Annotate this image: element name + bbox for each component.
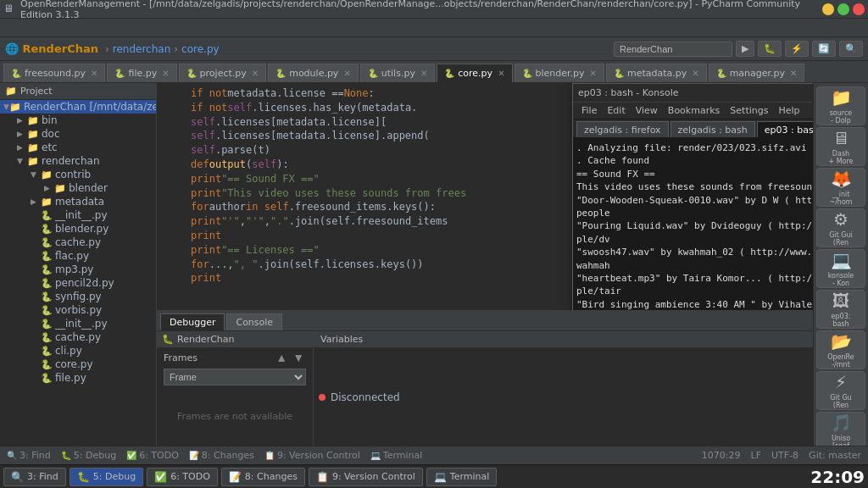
variables-header: Variables bbox=[314, 331, 813, 348]
konsole-menu-file[interactable]: File bbox=[576, 104, 602, 117]
status-todo[interactable]: ✅ 6: TODO bbox=[126, 450, 179, 461]
taskbar-todo-button[interactable]: ✅ 6: TODO bbox=[147, 468, 218, 486]
menu-bar bbox=[0, 19, 868, 37]
tree-item-pencil2d[interactable]: 🐍 pencil2d.py bbox=[0, 276, 156, 290]
taskbar-vcs-button[interactable]: 📋 9: Version Control bbox=[309, 468, 423, 486]
tree-item-synfig[interactable]: 🐍 synfig.py bbox=[0, 290, 156, 303]
maximize-button[interactable] bbox=[837, 3, 849, 15]
debug-button[interactable]: 🐛 bbox=[758, 41, 782, 57]
status-debug[interactable]: 🐛 5: Debug bbox=[61, 450, 116, 461]
vcs-button[interactable]: ⚡ bbox=[785, 41, 809, 57]
bottom-tab-debugger[interactable]: Debugger bbox=[160, 313, 225, 330]
taskbar-todo-label: 6: TODO bbox=[170, 471, 210, 482]
bottom-tab-console[interactable]: Console bbox=[226, 313, 282, 330]
tab-manager[interactable]: 🐍 manager.py ✕ bbox=[709, 64, 805, 82]
tab-close-icon[interactable]: ✕ bbox=[420, 69, 427, 78]
tab-close-icon[interactable]: ✕ bbox=[790, 69, 797, 78]
tree-item-metadata-dir[interactable]: ▶ 📁 metadata bbox=[0, 195, 156, 208]
tree-item-doc[interactable]: ▶ 📁 doc bbox=[0, 127, 156, 141]
frame-up-button[interactable]: ▲ bbox=[274, 351, 289, 364]
tree-item-root[interactable]: ▼ 📁 RenderChan [/mnt/data/ze bbox=[0, 100, 156, 114]
right-panel-dash-button[interactable]: 🖥 Dash+ More bbox=[816, 127, 865, 166]
konsole-tab-bash[interactable]: zelgadis : bash bbox=[670, 121, 755, 137]
right-panel-ep03-button[interactable]: 🖼 ep03:bash bbox=[816, 290, 865, 329]
right-panel-init-button[interactable]: 🦊 __init~/hom bbox=[816, 168, 865, 207]
debugger-right-panel: Variables Disconnected bbox=[314, 331, 813, 446]
frames-select[interactable]: Frame bbox=[164, 369, 306, 385]
konsole-tab-ep03-bash[interactable]: ep03 : bash bbox=[757, 121, 813, 137]
window-controls bbox=[822, 3, 865, 15]
tab-utils[interactable]: 🐍 utils.py ✕ bbox=[360, 64, 436, 82]
tree-item-vorbis[interactable]: 🐍 vorbis.py bbox=[0, 303, 156, 317]
tab-project[interactable]: 🐍 project.py ✕ bbox=[179, 64, 267, 82]
status-vcs[interactable]: 📋 9: Version Control bbox=[264, 450, 360, 461]
tree-item-contrib[interactable]: ▼ 📁 contrib bbox=[0, 168, 156, 181]
tree-item-bin[interactable]: ▶ 📁 bin bbox=[0, 114, 156, 127]
tree-item-mp3[interactable]: 🐍 mp3.py bbox=[0, 263, 156, 276]
tab-close-icon[interactable]: ✕ bbox=[252, 69, 259, 78]
right-panel-openre-button[interactable]: 📂 OpenRe-/mnt bbox=[816, 330, 865, 369]
tree-item-core[interactable]: 🐍 core.py bbox=[0, 358, 156, 371]
tree-item-cache2[interactable]: 🐍 cache.py bbox=[0, 330, 156, 344]
right-panel-source-button[interactable]: 📁 source- Dolp bbox=[816, 86, 865, 125]
right-panel-git2-button[interactable]: ⚡ Git Gu(Ren bbox=[816, 371, 865, 410]
tab-close-icon[interactable]: ✕ bbox=[692, 69, 698, 78]
tab-module[interactable]: 🐍 module.py ✕ bbox=[268, 64, 359, 82]
taskbar-find-button[interactable]: 🔍 3: Find bbox=[3, 468, 66, 486]
tab-metadata[interactable]: 🐍 metadata.py ✕ bbox=[606, 64, 707, 82]
taskbar-debug-button[interactable]: 🐛 5: Debug bbox=[70, 468, 143, 486]
debug-header-label: RenderChan bbox=[177, 334, 235, 345]
tree-item-file[interactable]: 🐍 file.py bbox=[0, 371, 156, 385]
tree-item-etc[interactable]: ▶ 📁 etc bbox=[0, 141, 156, 154]
tree-item-init[interactable]: 🐍 __init__.py bbox=[0, 208, 156, 222]
tab-close-icon[interactable]: ✕ bbox=[498, 69, 504, 78]
right-panel-konsole-button[interactable]: 💻 konsole- Kon bbox=[816, 249, 865, 288]
tree-item-init2[interactable]: 🐍 __init__.py bbox=[0, 317, 156, 330]
tree-item-blender-py[interactable]: 🐍 blender.py bbox=[0, 222, 156, 236]
status-changes[interactable]: 📝 8: Changes bbox=[189, 450, 254, 461]
minimize-button[interactable] bbox=[822, 3, 834, 15]
tree-item-cli[interactable]: 🐍 cli.py bbox=[0, 344, 156, 358]
konsole-menu-view[interactable]: View bbox=[631, 104, 663, 117]
tree-item-flac[interactable]: 🐍 flac.py bbox=[0, 249, 156, 263]
tab-core[interactable]: 🐍 core.py ✕ bbox=[437, 64, 512, 82]
tab-freesound[interactable]: 🐍 freesound.py ✕ bbox=[3, 64, 105, 82]
tree-item-cache[interactable]: 🐍 cache.py bbox=[0, 236, 156, 249]
tab-close-icon[interactable]: ✕ bbox=[91, 69, 97, 78]
frame-down-button[interactable]: ▼ bbox=[291, 351, 306, 364]
taskbar-terminal-button[interactable]: 💻 Terminal bbox=[426, 468, 498, 486]
tab-file[interactable]: 🐍 file.py ✕ bbox=[107, 64, 176, 82]
konsole-tab-firefox[interactable]: zelgadis : firefox bbox=[576, 121, 669, 137]
run-config-input[interactable] bbox=[614, 42, 732, 57]
status-terminal[interactable]: 💻 Terminal bbox=[370, 450, 423, 461]
close-button[interactable] bbox=[853, 3, 865, 15]
tree-item-blender-dir[interactable]: ▶ 📁 blender bbox=[0, 181, 156, 195]
status-terminal-label: Terminal bbox=[383, 450, 423, 461]
breadcrumb-renderchan[interactable]: renderchan bbox=[113, 43, 171, 55]
konsole-output[interactable]: . Analyzing file: render/023/023.sifz.av… bbox=[573, 138, 813, 310]
search-button[interactable]: 🔍 bbox=[839, 41, 863, 57]
run-button[interactable]: ▶ bbox=[736, 41, 754, 57]
konsole-menu-settings[interactable]: Settings bbox=[725, 104, 773, 117]
status-position: 1070:29 bbox=[702, 450, 741, 461]
changes-icon: 📝 bbox=[189, 451, 199, 460]
taskbar-changes-button[interactable]: 📝 8: Changes bbox=[221, 468, 305, 486]
right-panel-uniso-button[interactable]: 🎵 Uniso[seaf bbox=[816, 412, 865, 446]
tab-close-icon[interactable]: ✕ bbox=[343, 69, 350, 78]
konsole-menu-help[interactable]: Help bbox=[773, 104, 804, 117]
python-icon: 🐍 bbox=[716, 69, 726, 78]
status-find[interactable]: 🔍 3: Find bbox=[7, 450, 51, 461]
konsole-menu-bookmarks[interactable]: Bookmarks bbox=[663, 104, 725, 117]
refresh-button[interactable]: 🔄 bbox=[812, 41, 836, 57]
breadcrumb-corepy[interactable]: core.py bbox=[181, 43, 220, 55]
taskbar-vcs-label: 9: Version Control bbox=[332, 471, 415, 482]
tab-blender[interactable]: 🐍 blender.py ✕ bbox=[515, 64, 604, 82]
tab-close-icon[interactable]: ✕ bbox=[590, 69, 597, 78]
tab-close-icon[interactable]: ✕ bbox=[162, 69, 169, 78]
konsole-output-line: This video uses these sounds from freeso… bbox=[576, 180, 813, 193]
tree-item-renderchan[interactable]: ▼ 📁 renderchan bbox=[0, 154, 156, 168]
app-icon: 🖥 bbox=[3, 3, 17, 16]
right-panel-gitgui-button[interactable]: ⚙ Git Gui(Ren bbox=[816, 208, 865, 247]
toolbar-right: ▶ 🐛 ⚡ 🔄 🔍 bbox=[614, 41, 863, 57]
konsole-menu-edit[interactable]: Edit bbox=[602, 104, 630, 117]
